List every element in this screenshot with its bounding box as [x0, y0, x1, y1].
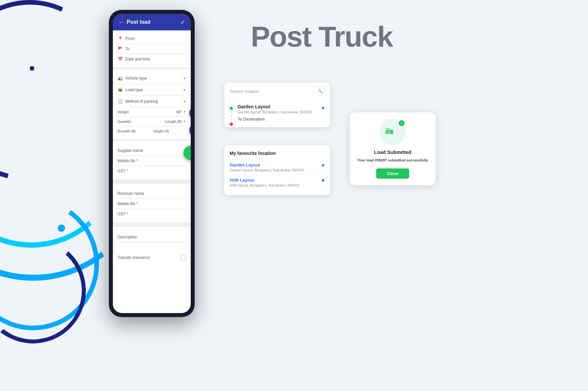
calendar-icon: 📅 [117, 57, 123, 61]
load-type-label: Load type [125, 88, 180, 92]
search-placeholder: Search location [230, 89, 313, 94]
submitted-desc-prefix: Your load [357, 158, 375, 162]
weight-label: Weight [117, 110, 175, 114]
svg-rect-1 [386, 128, 390, 132]
packing-dropdown-arrow: ▼ [183, 100, 186, 103]
to-icon: 🚩 [117, 47, 123, 51]
date-time-field[interactable]: 📅 Date and time [117, 54, 186, 64]
weight-unit: MT [177, 110, 182, 114]
route-line [231, 111, 232, 120]
svg-rect-2 [390, 130, 393, 134]
from-label: From [125, 36, 186, 41]
supplier-mobile-field[interactable]: Mobile No * [117, 156, 186, 166]
submitted-icon-wrap: ✓ [379, 119, 406, 145]
arc-dark-3 [0, 233, 90, 348]
back-arrow-icon[interactable]: ← [118, 19, 124, 26]
submitted-check-badge: ✓ [398, 120, 405, 127]
to-location-name: To Destination [238, 117, 318, 122]
supplier-name-label: Supplier name [117, 148, 186, 153]
method-packing-label: Method of packing [125, 99, 180, 104]
fav-item-1-name: Garden Layout [230, 162, 319, 167]
fav-item-2[interactable]: HSR Layout HSR layout, Bengaluru, Karnar… [230, 175, 325, 190]
fav-item-2-info: HSR Layout HSR layout, Bengaluru, Karnar… [230, 178, 319, 187]
upload-button[interactable] [189, 106, 191, 120]
breadth-label: Breadth (ft) [117, 129, 150, 133]
supplier-gst-label: GST * [117, 169, 186, 173]
insurance-checkbox[interactable] [181, 255, 186, 260]
submitted-desc: Your load #09287 submitted successfully [355, 158, 430, 163]
height-field[interactable]: Height (ft) [153, 129, 186, 133]
date-time-label: Date and time [125, 57, 186, 61]
to-field[interactable]: 🚩 To [117, 44, 186, 54]
supplier-name-field[interactable]: Supplier name [117, 146, 186, 156]
quantity-row: Quantity Length (ft) ▼ [117, 117, 186, 126]
search-icon[interactable]: 🔍 [315, 87, 325, 96]
location-section: 📍 From 🚩 To 📅 Date and time [113, 30, 191, 69]
receiver-gst-field[interactable]: GST * [117, 209, 186, 219]
fav-item-2-heart[interactable]: ♥ [322, 178, 325, 184]
from-location-name: Garden Layout [238, 104, 318, 109]
from-dot-icon [230, 107, 233, 110]
receiver-name-field[interactable]: Receiver name [117, 189, 186, 199]
description-field[interactable]: Description [117, 232, 186, 242]
receiver-gst-label: GST * [117, 212, 186, 216]
search-location-card: Search location 🔍 Garden Layout Garden l… [224, 83, 330, 127]
method-packing-field[interactable]: 📋 Method of packing ▼ [117, 96, 186, 107]
section-gap-2 [113, 224, 191, 227]
insurance-label: Transits insurance [117, 255, 150, 260]
to-dot-icon [230, 123, 233, 126]
receiver-section: Receiver name Mobile No * GST * [113, 185, 191, 224]
load-type-field[interactable]: 📦 Load type ▼ [117, 84, 186, 96]
to-label: To [125, 47, 186, 51]
weight-field[interactable]: Weight MT ▼ [117, 110, 186, 114]
fav-item-1-info: Garden Layout Garden layout, Bengaluru, … [230, 162, 319, 172]
vehicle-dropdown-arrow: ▼ [183, 77, 186, 80]
from-location-item[interactable]: Garden Layout Garden layout, Bengaluru, … [224, 100, 330, 127]
receiver-mobile-label: Mobile No * [117, 201, 186, 206]
fav-title: My favourite location [230, 151, 325, 156]
section-gap-1 [113, 181, 191, 184]
quantity-unit: Length (ft) [165, 120, 182, 124]
fav-item-1-heart[interactable]: ♥ [322, 162, 325, 168]
supplier-mobile-label: Mobile No * [117, 159, 186, 163]
phone-header: ← Post load ✓ [113, 14, 191, 30]
more-icon: ⋮ [187, 149, 191, 157]
submitted-load-number: #09287 [375, 158, 387, 162]
from-favorite-icon[interactable]: ♥ [322, 105, 325, 111]
arc-blue-3 [0, 188, 110, 340]
receiver-mobile-field[interactable]: Mobile No * [117, 199, 186, 209]
supplier-gst-field[interactable]: GST * [117, 166, 186, 176]
description-section: Description Transits insurance [113, 228, 191, 267]
supplier-section: ⋮ Supplier name Mobile No * GST * [113, 142, 191, 181]
from-location-address: Garden layout, Bengaluru, Karnaraka, 560… [238, 110, 318, 114]
phone-body[interactable]: 📍 From 🚩 To 📅 Date and time 🚛 [113, 30, 191, 313]
from-field[interactable]: 📍 From [117, 34, 186, 44]
quantity-field[interactable]: Quantity Length (ft) ▼ [117, 120, 186, 124]
dimensions-row: Breadth (ft) Height (ft) [117, 126, 186, 136]
check-icon[interactable]: ✓ [180, 18, 185, 26]
vehicle-icon: 🚛 [117, 76, 123, 81]
fav-item-1-addr: Garden layout, Bengaluru, Karnaraka, 560… [230, 168, 319, 172]
breadth-field[interactable]: Breadth (ft) [117, 129, 150, 133]
phone-header-title: Post load [127, 19, 150, 25]
fav-item-2-addr: HSR layout, Bengaluru, Karnaraka, 560102 [230, 183, 319, 187]
height-label: Height (ft) [153, 129, 186, 133]
search-input-row: Search location 🔍 [224, 83, 330, 100]
vehicle-section: 🚛 Vehicle type ▼ 📦 Load type ▼ 📋 Method … [113, 69, 191, 141]
truck-boxes-icon [385, 124, 401, 140]
page-title: Post Truck [251, 20, 393, 53]
dot-blue [58, 225, 65, 232]
weight-row: Weight MT ▼ [117, 107, 186, 117]
vehicle-type-field[interactable]: 🚛 Vehicle type ▼ [117, 73, 186, 84]
phone-mockup: ← Post load ✓ 📍 From 🚩 To [109, 10, 195, 317]
load-icon: 📦 [117, 88, 123, 92]
from-icon: 📍 [117, 36, 123, 41]
receiver-name-label: Receiver name [117, 191, 186, 196]
load-submitted-card: ✓ Load Submitted Your load #09287 submit… [350, 112, 436, 185]
load-dropdown-arrow: ▼ [183, 88, 186, 92]
close-button[interactable]: Close [376, 168, 409, 179]
packing-icon: 📋 [117, 99, 123, 104]
fav-item-1[interactable]: Garden Layout Garden layout, Bengaluru, … [230, 160, 325, 175]
phone-screen: ← Post load ✓ 📍 From 🚩 To [113, 14, 191, 313]
camera-button[interactable] [189, 123, 191, 137]
